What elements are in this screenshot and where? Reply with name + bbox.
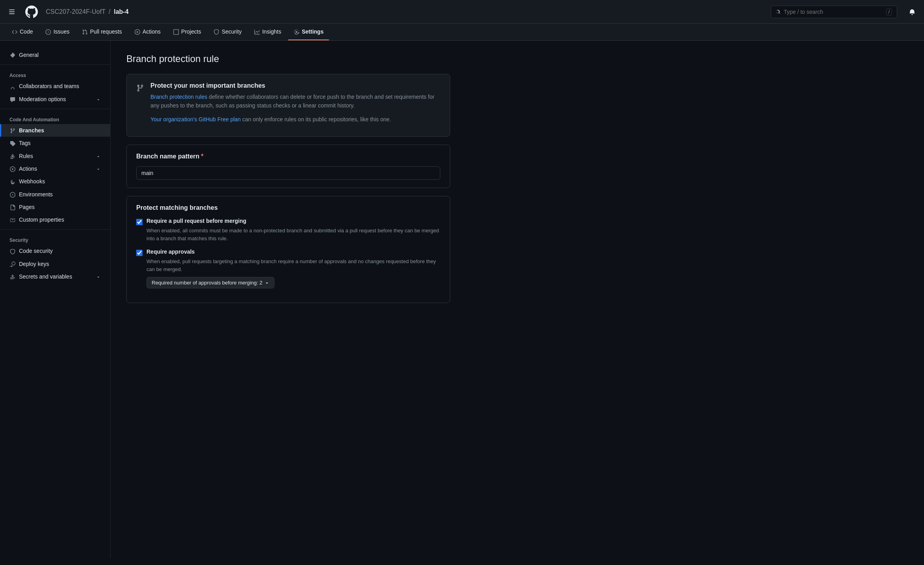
repo-path: CSC207-2024F-UofT / lab-4 [46, 8, 129, 15]
sidebar-code-security-label: Code security [19, 248, 53, 254]
sidebar-item-general[interactable]: General [0, 49, 110, 61]
required-indicator: * [201, 153, 203, 160]
require-pr-checkbox-item: Require a pull request before merging Wh… [136, 218, 440, 242]
require-approvals-checkbox-item: Require approvals When enabled, pull req… [136, 249, 440, 288]
approvals-count-dropdown[interactable]: Required number of approvals before merg… [146, 277, 274, 288]
repo-name[interactable]: lab-4 [114, 8, 128, 15]
secrets-chevron [96, 273, 101, 280]
person-icon [9, 83, 16, 89]
sidebar-rules-label: Rules [19, 153, 33, 159]
sidebar-item-code-security[interactable]: Code security [0, 245, 110, 257]
nav-tab-insights-label: Insights [262, 28, 281, 35]
require-pr-checkbox[interactable] [136, 219, 143, 225]
actions-icon [135, 28, 140, 35]
notifications-button[interactable] [907, 6, 918, 17]
sidebar-item-rules[interactable]: Rules [0, 149, 110, 162]
protect-branches-section: Protect matching branches Require a pull… [126, 196, 450, 303]
sidebar-environments-label: Environments [19, 191, 53, 198]
info-box: Protect your most important branches Bra… [126, 74, 450, 137]
webhook-icon [9, 178, 16, 185]
shield-icon [9, 248, 16, 254]
protect-branches-title: Protect matching branches [136, 204, 440, 211]
actions-chevron [96, 166, 101, 172]
require-pr-text: Require a pull request before merging [146, 218, 246, 224]
rules-icon [9, 153, 16, 159]
info-box-note-text: can only enforce rules on its public rep… [241, 116, 391, 122]
nav-tab-projects-label: Projects [181, 28, 201, 35]
org-name[interactable]: CSC207-2024F-UofT [46, 8, 105, 15]
issues-icon [45, 28, 51, 35]
approvals-count-label: Required number of approvals before merg… [152, 280, 262, 286]
nav-tab-actions-label: Actions [143, 28, 161, 35]
gear-icon [9, 52, 16, 58]
key-icon [9, 261, 16, 267]
info-box-description: Branch protection rules define whether c… [150, 92, 440, 110]
nav-tab-projects[interactable]: Projects [168, 24, 207, 40]
pages-icon [9, 204, 16, 210]
projects-icon [173, 28, 179, 35]
require-approvals-text: Require approvals [146, 249, 195, 255]
rules-chevron [96, 153, 101, 159]
branch-pattern-label: Branch name pattern* [136, 153, 440, 160]
asterisk-icon [9, 273, 16, 280]
require-approvals-label[interactable]: Require approvals [136, 249, 440, 256]
sidebar-item-webhooks[interactable]: Webhooks [0, 175, 110, 188]
require-approvals-desc: When enabled, pull requests targeting a … [146, 258, 440, 273]
environments-icon [9, 191, 16, 197]
require-pr-label[interactable]: Require a pull request before merging [136, 218, 440, 225]
sidebar-item-moderation[interactable]: Moderation options [0, 93, 110, 105]
sidebar-webhooks-label: Webhooks [19, 178, 45, 185]
nav-tab-insights[interactable]: Insights [249, 24, 287, 40]
insights-icon [254, 28, 260, 35]
security-icon [214, 28, 219, 35]
nav-tab-code[interactable]: Code [6, 24, 38, 40]
page-title: Branch protection rule [126, 53, 450, 64]
tag-icon [9, 140, 16, 146]
require-pr-desc: When enabled, all commits must be made t… [146, 227, 440, 242]
sidebar-branches-label: Branches [19, 127, 44, 134]
sidebar-custom-properties-label: Custom properties [19, 217, 64, 223]
branch-protection-rules-link[interactable]: Branch protection rules [150, 94, 207, 100]
main-content: Branch protection rule Protect your most… [111, 41, 466, 558]
sidebar-item-custom-properties[interactable]: Custom properties [0, 213, 110, 226]
search-shortcut: / [886, 8, 892, 15]
sidebar-item-deploy-keys[interactable]: Deploy keys [0, 258, 110, 270]
sidebar-item-environments[interactable]: Environments [0, 188, 110, 200]
sidebar-tags-label: Tags [19, 140, 31, 146]
properties-icon [9, 217, 16, 223]
sidebar-general-label: General [19, 52, 39, 58]
nav-tab-issues[interactable]: Issues [40, 24, 75, 40]
nav-tab-code-label: Code [20, 28, 33, 35]
hamburger-button[interactable] [6, 6, 17, 17]
sidebar-deploy-keys-label: Deploy keys [19, 261, 49, 267]
sidebar-item-secrets[interactable]: Secrets and variables [0, 270, 110, 283]
sidebar-secrets-label: Secrets and variables [19, 273, 72, 280]
branch-name-input[interactable] [136, 166, 440, 180]
search-bar: / [771, 6, 897, 18]
nav-tab-prs[interactable]: Pull requests [77, 24, 128, 40]
page-layout: General Access Collaborators and teams M… [0, 41, 924, 558]
nav-tab-actions[interactable]: Actions [129, 24, 166, 40]
sidebar-item-actions-menu[interactable]: Actions [0, 162, 110, 175]
sidebar-collaborators-label: Collaborators and teams [19, 83, 79, 89]
nav-tab-settings[interactable]: Settings [288, 24, 329, 40]
pr-icon [82, 28, 88, 35]
sidebar-item-branches[interactable]: Branches [0, 124, 110, 137]
branch-pattern-section: Branch name pattern* [126, 145, 450, 188]
info-box-header: Protect your most important branches Bra… [136, 82, 440, 124]
github-logo [25, 6, 38, 18]
sidebar-item-pages[interactable]: Pages [0, 201, 110, 213]
sidebar-section-code-automation: Code and automation [0, 112, 110, 124]
search-input[interactable] [784, 9, 883, 15]
path-separator: / [109, 8, 110, 15]
require-approvals-checkbox[interactable] [136, 250, 143, 256]
top-nav: CSC207-2024F-UofT / lab-4 / [0, 0, 924, 24]
sidebar-moderation-label: Moderation options [19, 96, 66, 102]
sidebar-item-collaborators[interactable]: Collaborators and teams [0, 80, 110, 92]
code-icon [12, 28, 17, 35]
sidebar: General Access Collaborators and teams M… [0, 41, 111, 558]
nav-tab-issues-label: Issues [53, 28, 69, 35]
github-free-plan-link[interactable]: Your organization's GitHub Free plan [150, 116, 241, 122]
nav-tab-security[interactable]: Security [208, 24, 247, 40]
sidebar-item-tags[interactable]: Tags [0, 137, 110, 149]
